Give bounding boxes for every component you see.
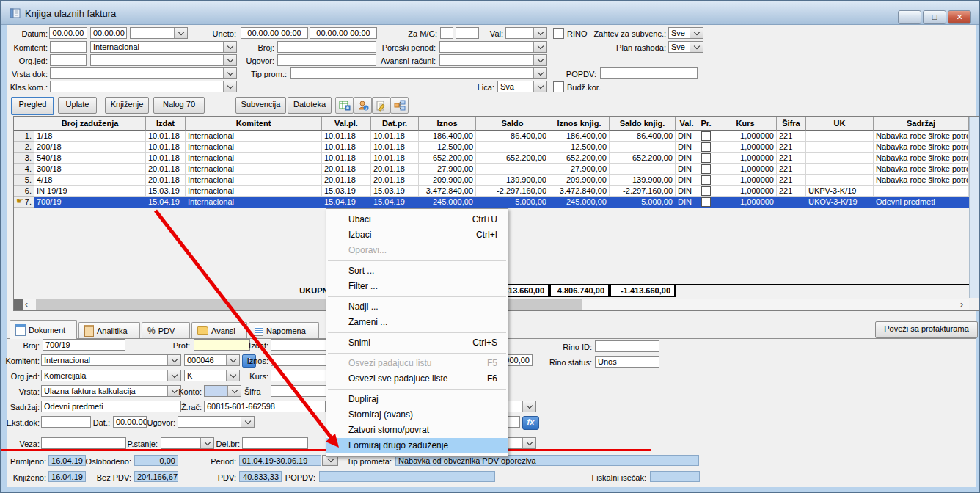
cell-saldo[interactable]: 5.000,00 [476,197,549,208]
cell-izdat[interactable]: 15.04.19 [146,197,186,208]
budzkor-checkbox[interactable] [553,81,564,92]
uplate-button[interactable]: Uplate [58,97,97,114]
subvencija-button[interactable]: Subvencija [235,97,286,114]
column-header[interactable]: Izdat [146,117,186,131]
pr-checkbox[interactable] [701,142,711,152]
cell-valpl[interactable]: 20.01.18 [322,164,371,175]
cell-iznos_knjig[interactable]: 3.472.840,00 [549,186,610,197]
chevron-down-icon[interactable] [200,438,213,448]
pr-checkbox[interactable] [701,197,711,207]
chevron-down-icon[interactable] [226,355,239,365]
cell-datpr[interactable]: 10.01.18 [371,131,419,142]
cell-kurs[interactable]: 1,000000 [714,142,777,153]
poreski-period-combo[interactable] [439,41,547,53]
chevron-down-icon[interactable] [223,55,236,65]
pr-checkbox[interactable] [701,186,711,196]
cell-datpr[interactable]: 20.01.18 [371,164,419,175]
cell-val[interactable]: DIN [676,164,698,175]
pr-cell[interactable] [698,164,714,175]
cell-iznos[interactable]: 186.400,00 [419,131,476,142]
cell-broj[interactable]: 200/18 [34,142,146,153]
table-row[interactable]: 2.200/1810.01.18Internacional10.01.1810.… [14,142,969,153]
vrsta-combo[interactable]: Ulazna faktura kalkulacija [41,385,181,397]
menu-item[interactable]: Zameni ... [326,315,508,330]
cell-sifra[interactable]: 221 [777,164,806,175]
povezi-button[interactable]: Poveži sa profakturama [875,321,978,338]
column-header-selector[interactable] [14,117,34,131]
column-header[interactable]: Val.pl. [322,117,371,131]
column-header[interactable]: Kurs [714,117,777,131]
chevron-down-icon[interactable] [167,370,180,381]
cell-saldo_knjig[interactable]: -2.297.160,00 [610,186,676,197]
cell-saldo_knjig[interactable] [610,142,676,153]
orgjed-detail-combo[interactable]: Komercijala [41,370,181,381]
cell-sadrzaj[interactable] [874,186,969,197]
cell-iznos_knjig[interactable]: 209.900,00 [549,175,610,186]
cell-broj[interactable]: 300/18 [34,164,146,175]
chevron-down-icon[interactable] [223,81,236,92]
komitent-code-combo[interactable]: 000046 [184,354,240,366]
table-row[interactable]: ☛7.700/1915.04.19Internacional15.04.1915… [14,197,969,208]
chevron-down-icon[interactable] [227,386,241,396]
tip-prom-combo[interactable] [290,67,547,79]
cell-izdat[interactable]: 15.03.19 [146,186,186,197]
cell-datpr[interactable]: 10.01.18 [371,153,419,164]
cell-saldo_knjig[interactable]: 139.900,00 [610,175,676,186]
chevron-down-icon[interactable] [533,55,546,65]
pregled-button[interactable]: Pregled [11,97,54,115]
cell-sifra[interactable]: 221 [777,131,806,142]
scroll-right-icon[interactable]: › [960,299,963,310]
orgjed-combo[interactable] [90,54,237,66]
datum-from-input[interactable]: 00.00.00 [49,27,87,39]
cell-datpr[interactable]: 15.04.19 [371,197,419,208]
cell-iznos_knjig[interactable]: 186.400,00 [549,131,610,142]
scroll-left-icon[interactable]: ‹ [25,299,28,310]
cell-val[interactable]: DIN [676,153,698,164]
knjizenje-button[interactable]: Knjiženje [105,97,149,114]
vertical-scrollbar[interactable] [969,117,979,298]
cell-valpl[interactable]: 15.03.19 [322,186,371,197]
klas-kom-combo[interactable] [50,81,237,92]
delbr-input[interactable] [242,437,308,449]
column-header[interactable]: Dat.pr. [371,117,419,131]
chevron-down-icon[interactable] [533,81,546,92]
pr-cell[interactable] [698,131,714,142]
cell-iznos[interactable]: 27.900,00 [419,164,476,175]
table-row[interactable]: 6.IN 19/1915.03.19Internacional15.03.191… [14,186,969,197]
cell-iznos[interactable]: 245.000,00 [419,197,476,208]
cell-broj[interactable]: 540/18 [34,153,146,164]
column-header[interactable]: Saldo [476,117,549,131]
cell-saldo_knjig[interactable]: 652.200,00 [610,153,676,164]
chevron-down-icon[interactable] [226,370,239,381]
cell-sifra[interactable]: 221 [777,186,806,197]
menu-item[interactable]: Osvezi sve padajuce listeF6 [326,371,508,387]
cell-kurs[interactable]: 1,000000 [714,186,777,197]
pstanje-combo[interactable] [161,437,214,449]
table-row[interactable]: 3.540/1810.01.18Internacional10.01.1810.… [14,153,969,164]
cell-saldo[interactable]: -2.297.160,00 [476,186,549,197]
close-button[interactable]: ✕ [948,10,971,24]
cell-iznos_knjig[interactable]: 245.000,00 [549,197,610,208]
cell-saldo_knjig[interactable] [610,164,676,175]
cell-iznos[interactable]: 652.200,00 [419,153,476,164]
chevron-down-icon[interactable] [223,68,236,78]
cell-sadrzaj[interactable]: Nabavka robe široke potro [874,153,969,164]
broj-input[interactable]: 700/19 [43,339,125,351]
cell-izdat[interactable]: 10.01.18 [146,153,186,164]
konto-combo[interactable] [204,385,241,397]
komitent-code-input[interactable] [50,41,87,53]
minimize-button[interactable]: — [898,10,921,24]
cell-valpl[interactable]: 10.01.18 [322,142,371,153]
veza-input[interactable] [41,437,126,449]
cell-datpr[interactable]: 10.01.18 [371,142,419,153]
prof-input[interactable] [194,339,250,351]
cell-valpl[interactable]: 10.01.18 [322,131,371,142]
pr-cell[interactable] [698,186,714,197]
cell-komitent[interactable]: Internacional [186,197,322,208]
datum-combo[interactable] [130,27,188,39]
table-row[interactable]: 5.4/1820.01.18Internacional20.01.1820.01… [14,175,969,186]
cell-val[interactable]: DIN [676,197,698,208]
chevron-down-icon[interactable] [522,438,535,448]
cell-izdat[interactable]: 20.01.18 [146,164,186,175]
cell-sifra[interactable]: 221 [777,153,806,164]
